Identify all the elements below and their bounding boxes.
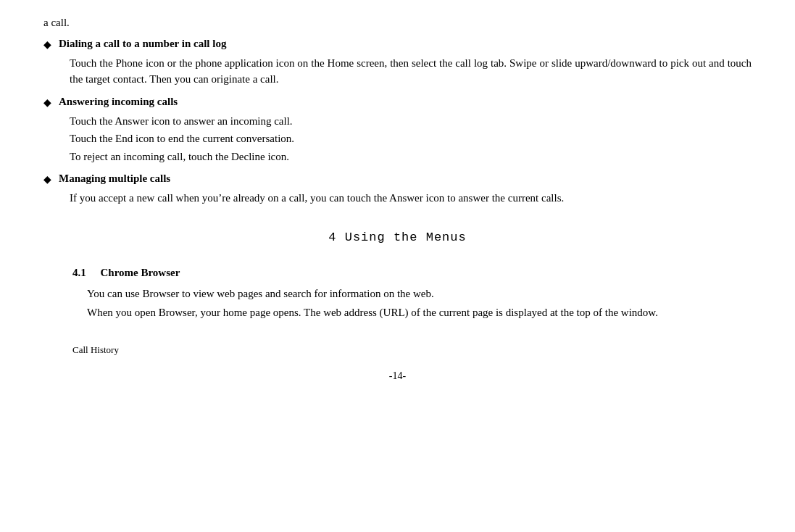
bullet-dialing-title: Dialing a call to a number in call log	[59, 36, 226, 52]
footer-label: Call History	[72, 343, 752, 357]
bullet-dialing: ◆ Dialing a call to a number in call log…	[43, 36, 752, 88]
intro-text: a call.	[43, 14, 752, 31]
section-heading: 4 Using the Menus	[43, 228, 752, 247]
bullet-answering-title: Answering incoming calls	[59, 93, 178, 110]
bullet-managing-header: ◆ Managing multiple calls	[43, 170, 752, 187]
diamond-icon-3: ◆	[43, 172, 51, 187]
bullet-answering-header: ◆ Answering incoming calls	[43, 93, 752, 110]
bullet-managing-title: Managing multiple calls	[59, 170, 170, 187]
dialing-line-1: Touch the Phone icon or the phone applic…	[70, 55, 752, 88]
bullet-managing: ◆ Managing multiple calls If you accept …	[43, 170, 752, 207]
diamond-icon-2: ◆	[43, 95, 51, 110]
chrome-line-1: You can use Browser to view web pages an…	[87, 286, 752, 302]
answering-line-3: To reject an incoming call, touch the De…	[70, 149, 752, 165]
subsection-chrome-heading: 4.1 Chrome Browser	[72, 265, 752, 281]
page-content: a call. ◆ Dialing a call to a number in …	[43, 14, 752, 383]
bullet-answering-body: Touch the Answer icon to answer an incom…	[70, 113, 752, 165]
subsection-chrome-body: You can use Browser to view web pages an…	[87, 286, 752, 321]
answering-line-1: Touch the Answer icon to answer an incom…	[70, 113, 752, 130]
answering-line-2: Touch the End icon to end the current co…	[70, 130, 752, 147]
bullet-answering: ◆ Answering incoming calls Touch the Ans…	[43, 93, 752, 165]
chrome-line-2: When you open Browser, your home page op…	[87, 304, 752, 321]
bullet-dialing-header: ◆ Dialing a call to a number in call log	[43, 36, 752, 52]
bullet-managing-body: If you accept a new call when you’re alr…	[70, 190, 752, 207]
page-number: -14-	[43, 368, 752, 383]
diamond-icon-1: ◆	[43, 37, 51, 52]
subsection-chrome-number: 4.1	[72, 267, 86, 278]
subsection-chrome: 4.1 Chrome Browser You can use Browser t…	[43, 265, 752, 321]
subsection-chrome-title: Chrome Browser	[101, 267, 180, 278]
bullet-dialing-body: Touch the Phone icon or the phone applic…	[70, 55, 752, 88]
managing-line-1: If you accept a new call when you’re alr…	[70, 190, 752, 207]
